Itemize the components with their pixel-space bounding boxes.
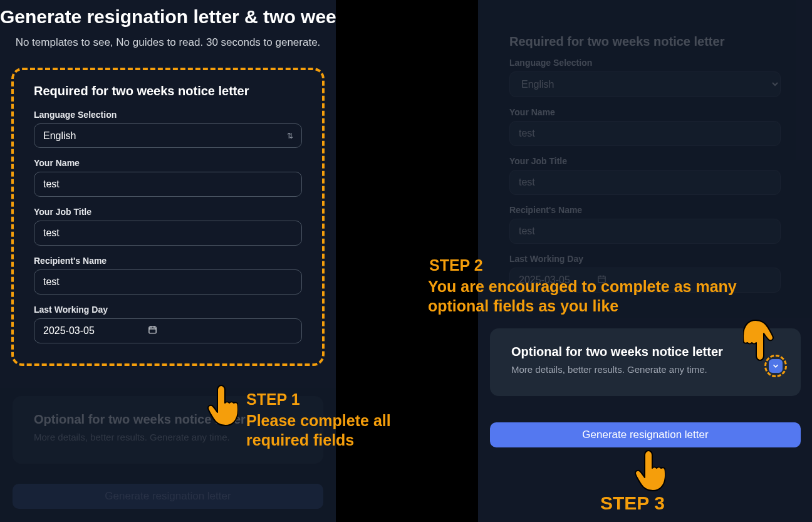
pointer-hand-icon — [630, 449, 665, 493]
recipient-label-right: Recipient's Name — [509, 205, 781, 215]
language-label-right: Language Selection — [509, 58, 781, 68]
recipient-input[interactable] — [34, 269, 302, 295]
name-field: Your Name — [34, 158, 302, 197]
last-working-day-input[interactable] — [34, 318, 302, 343]
step-3-heading: STEP 3 — [600, 491, 665, 515]
name-input-right[interactable] — [509, 121, 781, 146]
job-title-label: Your Job Title — [34, 207, 302, 217]
pointer-hand-icon — [743, 318, 778, 362]
name-label-right: Your Name — [509, 107, 781, 117]
optional-title-right: Optional for two weeks notice letter — [511, 345, 782, 359]
step-1-text: Please complete all required fields — [246, 411, 440, 451]
page-subtitle: No templates to see, No guides to read. … — [0, 28, 336, 49]
optional-subtitle-right: More details, better results. Generate a… — [511, 364, 782, 375]
name-input[interactable] — [34, 172, 302, 197]
required-section-title: Required for two weeks notice letter — [34, 84, 302, 98]
language-label: Language Selection — [34, 110, 302, 120]
pointer-hand-icon — [203, 384, 238, 427]
step-2-text: You are encouraged to complete as many o… — [428, 277, 791, 316]
generate-button[interactable]: Generate resignation letter — [490, 422, 801, 447]
job-title-input-right[interactable] — [509, 170, 781, 195]
language-select-right[interactable]: English — [509, 71, 781, 97]
step-1-heading: STEP 1 — [246, 390, 300, 409]
language-select[interactable]: English — [34, 123, 302, 148]
generate-button-disabled[interactable]: Generate resignation letter — [13, 484, 323, 509]
recipient-label: Recipient's Name — [34, 256, 302, 266]
language-field: Language Selection English ⇅ — [34, 110, 302, 148]
recipient-field: Recipient's Name — [34, 256, 302, 295]
last-working-day-field: Last Working Day — [34, 305, 302, 343]
name-label: Your Name — [34, 158, 302, 168]
page-title: Generate resignation letter & two weeks … — [0, 0, 336, 28]
job-title-label-right: Your Job Title — [509, 156, 781, 166]
step-2-heading: STEP 2 — [429, 256, 483, 275]
required-fields-card: Required for two weeks notice letter Lan… — [13, 69, 323, 365]
last-working-day-label-right: Last Working Day — [509, 254, 781, 264]
job-title-input[interactable] — [34, 221, 302, 246]
last-working-day-label: Last Working Day — [34, 305, 302, 315]
chevron-down-icon — [771, 362, 780, 370]
job-title-field: Your Job Title — [34, 207, 302, 246]
required-section-title-right: Required for two weeks notice letter — [509, 34, 781, 49]
recipient-input-right[interactable] — [509, 219, 781, 244]
